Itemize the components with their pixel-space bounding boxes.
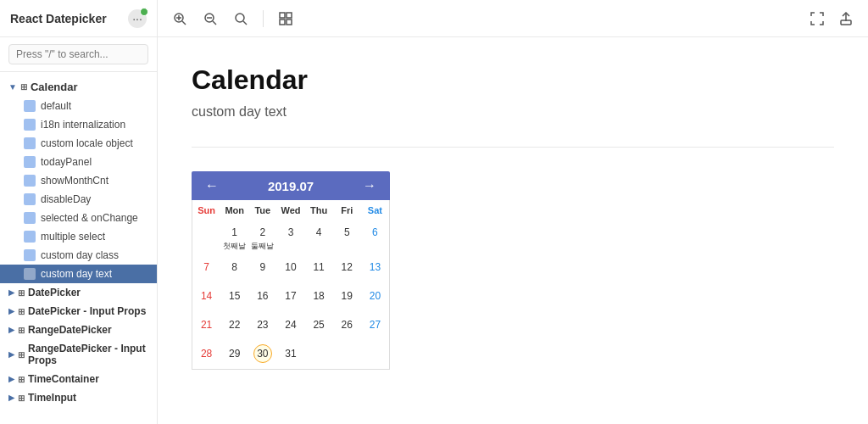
- zoom-out-button[interactable]: [198, 7, 222, 31]
- day-name-mon: Mon: [220, 200, 248, 219]
- sidebar-item-custom-locale[interactable]: custom locale object: [0, 134, 157, 153]
- cal-day-7[interactable]: 7: [192, 254, 220, 282]
- main-panel: Calendar custom day text ← 2019.07 → Sun…: [158, 0, 868, 424]
- page-subtitle: custom day text: [192, 104, 834, 120]
- cal-day-31[interactable]: 31: [276, 340, 304, 369]
- cal-day-8[interactable]: 8: [220, 254, 248, 282]
- sidebar-item-custom-day-text[interactable]: custom day text: [0, 265, 157, 283]
- zoom-in-icon: [173, 12, 186, 25]
- grid-icon: ⊞: [18, 393, 25, 403]
- cal-day-17[interactable]: 17: [276, 282, 304, 311]
- zoom-out-icon: [203, 12, 217, 25]
- grid-button[interactable]: [274, 7, 298, 31]
- cal-day-19[interactable]: 19: [333, 282, 361, 311]
- svg-rect-13: [841, 20, 851, 25]
- cal-day-5[interactable]: 5: [333, 219, 361, 254]
- cal-day-24[interactable]: 24: [276, 311, 304, 340]
- prev-month-button[interactable]: ←: [202, 178, 222, 193]
- sidebar-group-time-container[interactable]: ▶ ⊞ TimeContainer: [0, 370, 157, 388]
- chevron-down-icon: ▼: [8, 82, 17, 92]
- sidebar-group-range-datepicker[interactable]: ▶ ⊞ RangeDatePicker: [0, 321, 157, 339]
- item-icon: [24, 156, 36, 168]
- item-icon: [24, 175, 36, 187]
- svg-line-1: [182, 21, 186, 25]
- sidebar-item-today-panel[interactable]: todayPanel: [0, 153, 157, 171]
- cal-day-23[interactable]: 23: [248, 311, 276, 340]
- cal-day-1[interactable]: 1첫째날: [220, 219, 248, 254]
- calendar-day-names: Sun Mon Tue Wed Thu Fri Sat: [192, 200, 389, 219]
- sidebar-item-show-month-cnt[interactable]: showMonthCnt: [0, 171, 157, 190]
- sidebar-header: React Datepicker ···: [0, 0, 157, 37]
- sidebar-group-range-input[interactable]: ▶ ⊞ RangeDatePicker - Input Props: [0, 339, 157, 370]
- cal-day-empty-4: [361, 340, 389, 369]
- zoom-in-button[interactable]: [168, 7, 192, 31]
- reset-button[interactable]: [229, 7, 253, 31]
- grid-icon: ⊞: [18, 326, 25, 335]
- sidebar-item-multiple-select[interactable]: multiple select: [0, 227, 157, 246]
- calendar-grid: 1첫째날 2둘째날 3 4 5 6 7 8 9 10 11 12 13 14: [192, 219, 389, 369]
- calendar-body: Sun Mon Tue Wed Thu Fri Sat 1첫째날 2둘째날 3 …: [192, 200, 390, 370]
- cal-day-6[interactable]: 6: [361, 219, 389, 254]
- item-icon: [24, 193, 36, 205]
- sidebar-group-datepicker-input[interactable]: ▶ ⊞ DatePicker - Input Props: [0, 302, 157, 321]
- sidebar-group-calendar[interactable]: ▼ ⊞ Calendar: [0, 77, 157, 97]
- cal-day-empty: [192, 219, 220, 254]
- sidebar-menu-button[interactable]: ···: [128, 9, 147, 28]
- cal-day-28[interactable]: 28: [192, 340, 220, 369]
- fullscreen-button[interactable]: [805, 7, 829, 31]
- day-name-tue: Tue: [248, 200, 276, 219]
- cal-day-26[interactable]: 26: [333, 311, 361, 340]
- svg-rect-11: [280, 20, 285, 25]
- share-icon: [839, 12, 853, 25]
- next-month-button[interactable]: →: [359, 178, 380, 193]
- cal-day-27[interactable]: 27: [361, 311, 389, 340]
- cal-day-9[interactable]: 9: [248, 254, 276, 282]
- cal-day-13[interactable]: 13: [361, 254, 389, 282]
- expand-icon: ▶: [8, 288, 14, 297]
- group-label: TimeInput: [28, 392, 76, 404]
- svg-point-7: [236, 14, 244, 22]
- share-button[interactable]: [834, 7, 858, 31]
- search-input[interactable]: [8, 44, 148, 64]
- sidebar-item-default[interactable]: default: [0, 97, 157, 115]
- cal-day-10[interactable]: 10: [276, 254, 304, 282]
- svg-line-8: [243, 21, 247, 25]
- sidebar-item-custom-day-class[interactable]: custom day class: [0, 246, 157, 265]
- sidebar-group-datepicker[interactable]: ▶ ⊞ DatePicker: [0, 283, 157, 302]
- expand-icon: ▶: [8, 307, 14, 315]
- item-label: todayPanel: [41, 156, 92, 168]
- grid-icon: ⊞: [18, 307, 25, 316]
- item-icon: [24, 268, 36, 280]
- cal-day-22[interactable]: 22: [220, 311, 248, 340]
- cal-day-29[interactable]: 29: [220, 340, 248, 369]
- cal-day-18[interactable]: 18: [305, 282, 333, 311]
- page-title: Calendar: [192, 64, 834, 96]
- sidebar-item-i18n[interactable]: i18n internalization: [0, 115, 157, 134]
- sidebar-title: React Datepicker: [10, 12, 107, 25]
- cal-day-20[interactable]: 20: [361, 282, 389, 311]
- grid-icon: [279, 12, 292, 25]
- cal-day-21[interactable]: 21: [192, 311, 220, 340]
- group-label: DatePicker: [28, 287, 81, 298]
- cal-day-12[interactable]: 12: [333, 254, 361, 282]
- item-icon: [24, 119, 36, 131]
- cal-day-4[interactable]: 4: [305, 219, 333, 254]
- cal-day-30[interactable]: 30: [248, 340, 276, 369]
- svg-rect-9: [280, 13, 285, 18]
- cal-day-11[interactable]: 11: [305, 254, 333, 282]
- day-name-wed: Wed: [276, 200, 304, 219]
- cal-day-3[interactable]: 3: [276, 219, 304, 254]
- cal-day-16[interactable]: 16: [248, 282, 276, 311]
- grid-icon: ⊞: [18, 288, 25, 298]
- sidebar-item-selected-onchange[interactable]: selected & onChange: [0, 209, 157, 227]
- cal-day-14[interactable]: 14: [192, 282, 220, 311]
- item-icon: [24, 212, 36, 224]
- cal-day-2[interactable]: 2둘째날: [248, 219, 276, 254]
- day-name-sat: Sat: [361, 200, 389, 219]
- sidebar-group-time-input[interactable]: ▶ ⊞ TimeInput: [0, 388, 157, 407]
- cal-day-15[interactable]: 15: [220, 282, 248, 311]
- sidebar-item-disable-day[interactable]: disableDay: [0, 190, 157, 209]
- cal-day-empty-2: [305, 340, 333, 369]
- cal-day-25[interactable]: 25: [305, 311, 333, 340]
- divider: [192, 147, 834, 148]
